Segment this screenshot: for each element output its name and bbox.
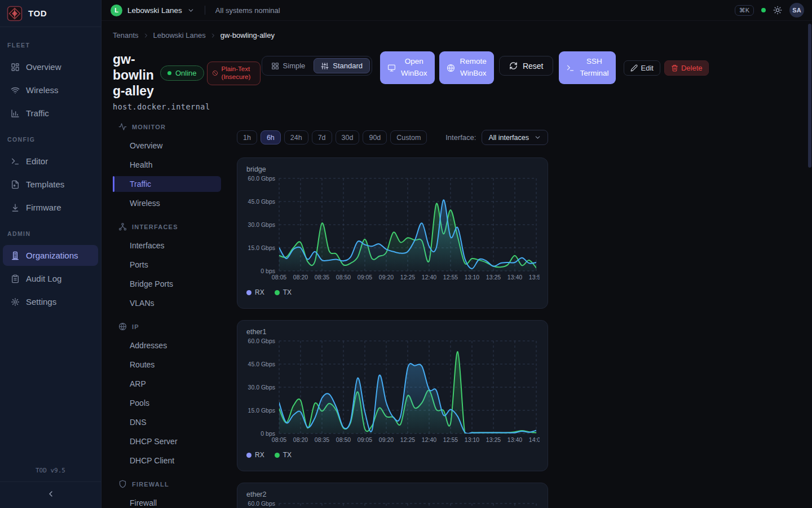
svg-text:12:40: 12:40 bbox=[422, 274, 436, 281]
subnav-section-monitor: MONITOR bbox=[113, 122, 223, 131]
monitor-icon bbox=[387, 64, 396, 72]
subnav-item-monitor-health[interactable]: Health bbox=[113, 157, 221, 173]
tenant-name: Lebowski Lanes bbox=[127, 6, 182, 15]
tenant-switcher[interactable]: L Lebowski Lanes bbox=[111, 5, 195, 16]
svg-text:13:40: 13:40 bbox=[508, 274, 522, 281]
sidebar-item-overview[interactable]: Overview bbox=[3, 56, 98, 77]
subnav-item-interfaces-vlans[interactable]: VLANs bbox=[113, 295, 221, 311]
chart-title: ether2 bbox=[246, 491, 539, 498]
subnav-item-interfaces-bridge-ports[interactable]: Bridge Ports bbox=[113, 276, 221, 292]
range-button-90d[interactable]: 90d bbox=[363, 130, 387, 144]
globe-icon bbox=[118, 322, 127, 331]
sidebar-item-traffic[interactable]: Traffic bbox=[3, 103, 98, 124]
breadcrumb: TenantsLebowski Lanesgw-bowling-alley bbox=[113, 31, 812, 40]
user-avatar[interactable]: SA bbox=[789, 3, 804, 17]
range-button-7d[interactable]: 7d bbox=[312, 130, 332, 144]
range-button-6h[interactable]: 6h bbox=[261, 130, 281, 144]
sidebar-item-settings[interactable]: Settings bbox=[3, 291, 98, 312]
shield-icon bbox=[118, 480, 127, 488]
interface-select[interactable]: All interfaces bbox=[482, 130, 548, 145]
topbar-divider bbox=[205, 6, 205, 15]
chart-controls: 1h6h24h7d30d90dCustom Interface: All int… bbox=[237, 130, 548, 145]
scrollbar-thumb[interactable] bbox=[808, 24, 811, 168]
sidebar-item-audit-log[interactable]: Audit Log bbox=[3, 268, 98, 289]
chevron-down-icon bbox=[534, 134, 541, 141]
svg-text:45.0 Gbps: 45.0 Gbps bbox=[248, 361, 275, 367]
svg-text:45.0 Gbps: 45.0 Gbps bbox=[248, 198, 275, 205]
subnav-item-firewall-firewall[interactable]: Firewall bbox=[113, 495, 221, 508]
grid-icon bbox=[271, 62, 279, 70]
sidebar-item-organizations[interactable]: Organizations bbox=[3, 245, 98, 266]
subnav-item-monitor-wireless[interactable]: Wireless bbox=[113, 195, 221, 211]
brand-name: TOD bbox=[28, 8, 47, 18]
insecure-badge: Plain-Text (Insecure) bbox=[207, 62, 261, 85]
svg-text:08:05: 08:05 bbox=[272, 436, 286, 443]
svg-text:15.0 Gbps: 15.0 Gbps bbox=[248, 407, 275, 414]
sidebar-collapse-button[interactable] bbox=[45, 488, 56, 501]
svg-text:12:40: 12:40 bbox=[422, 436, 436, 443]
sidebar-item-wireless[interactable]: Wireless bbox=[3, 80, 98, 100]
sidebar-item-firmware[interactable]: Firmware bbox=[3, 197, 98, 218]
pencil-icon bbox=[630, 64, 638, 72]
bar-chart-icon bbox=[11, 109, 20, 118]
traffic-chart: 60.0 Gbps bbox=[246, 500, 540, 508]
sidebar-section-label: ADMIN bbox=[0, 230, 101, 237]
topbar: L Lebowski Lanes All systems nominal ⌘K … bbox=[102, 0, 812, 21]
refresh-icon bbox=[509, 62, 518, 70]
chart-title: ether1 bbox=[246, 328, 539, 336]
chevron-down-icon bbox=[187, 7, 195, 14]
delete-button[interactable]: Delete bbox=[664, 60, 709, 76]
open-winbox-button[interactable]: Open WinBox bbox=[380, 51, 435, 84]
svg-text:13:10: 13:10 bbox=[465, 436, 479, 443]
subnav-item-ip-arp[interactable]: ARP bbox=[113, 376, 221, 392]
interface-filter: Interface: All interfaces bbox=[445, 130, 548, 145]
svg-text:13:25: 13:25 bbox=[486, 436, 501, 443]
range-button-30d[interactable]: 30d bbox=[336, 130, 360, 144]
sidebar-item-editor[interactable]: Editor bbox=[3, 151, 98, 172]
breadcrumb-item-lebowski-lanes[interactable]: Lebowski Lanes bbox=[153, 31, 206, 40]
subnav-item-ip-dhcp-client[interactable]: DHCP Client bbox=[113, 453, 221, 468]
subnav-item-ip-routes[interactable]: Routes bbox=[113, 357, 221, 373]
subnav-item-interfaces-interfaces[interactable]: Interfaces bbox=[113, 238, 221, 253]
app-root: TOD FLEETOverviewWirelessTrafficCONFIGEd… bbox=[0, 0, 812, 508]
activity-icon bbox=[118, 122, 127, 131]
theme-toggle-button[interactable] bbox=[773, 6, 782, 15]
brand-logo-icon bbox=[7, 6, 23, 21]
legend-item-tx: TX bbox=[275, 451, 292, 459]
subnav-item-ip-addresses[interactable]: Addresses bbox=[113, 338, 221, 353]
remote-winbox-button[interactable]: Remote WinBox bbox=[439, 51, 494, 84]
view-simple-button[interactable]: Simple bbox=[264, 58, 313, 73]
edit-button[interactable]: Edit bbox=[624, 60, 660, 76]
sidebar-nav: FLEETOverviewWirelessTrafficCONFIGEditor… bbox=[0, 27, 101, 467]
subnav-item-ip-dhcp-server[interactable]: DHCP Server bbox=[113, 433, 221, 449]
subnav-item-monitor-overview[interactable]: Overview bbox=[113, 138, 221, 154]
slash-circle-icon bbox=[212, 70, 218, 76]
topbar-actions: ⌘K SA bbox=[735, 3, 804, 17]
sidebar-section-label: CONFIG bbox=[0, 136, 101, 143]
subnav-item-interfaces-ports[interactable]: Ports bbox=[113, 257, 221, 273]
main-content: TenantsLebowski Lanesgw-bowling-alley gw… bbox=[102, 21, 812, 508]
breadcrumb-item-tenants[interactable]: Tenants bbox=[113, 31, 139, 40]
ssh-terminal-button[interactable]: SSH Terminal bbox=[559, 51, 616, 84]
sidebar-item-templates[interactable]: Templates bbox=[3, 174, 98, 195]
subnav-item-ip-dns[interactable]: DNS bbox=[113, 414, 221, 430]
legend-item-tx: TX bbox=[275, 288, 292, 296]
subnav-item-ip-pools[interactable]: Pools bbox=[113, 395, 221, 411]
legend-dot bbox=[246, 290, 251, 295]
gear-icon bbox=[11, 297, 20, 306]
range-button-1h[interactable]: 1h bbox=[237, 130, 257, 144]
reset-button[interactable]: Reset bbox=[499, 56, 554, 76]
view-standard-button[interactable]: Standard bbox=[314, 58, 370, 73]
svg-text:60.0 Gbps: 60.0 Gbps bbox=[248, 338, 275, 344]
trash-icon bbox=[671, 64, 678, 72]
view-mode-segmented-control: Simple Standard bbox=[262, 56, 373, 76]
sidebar-item-label: Audit Log bbox=[26, 274, 61, 283]
command-palette-shortcut[interactable]: ⌘K bbox=[735, 5, 754, 16]
range-button-custom[interactable]: Custom bbox=[390, 130, 427, 144]
device-header: gw-bowling-alley Online Plain-Text (Inse… bbox=[113, 51, 812, 99]
sliders-icon bbox=[321, 62, 329, 70]
time-range-group: 1h6h24h7d30d90dCustom bbox=[237, 130, 430, 144]
range-button-24h[interactable]: 24h bbox=[284, 130, 308, 144]
subnav-item-monitor-traffic[interactable]: Traffic bbox=[113, 176, 221, 192]
chart-legend: RXTX bbox=[246, 288, 539, 296]
